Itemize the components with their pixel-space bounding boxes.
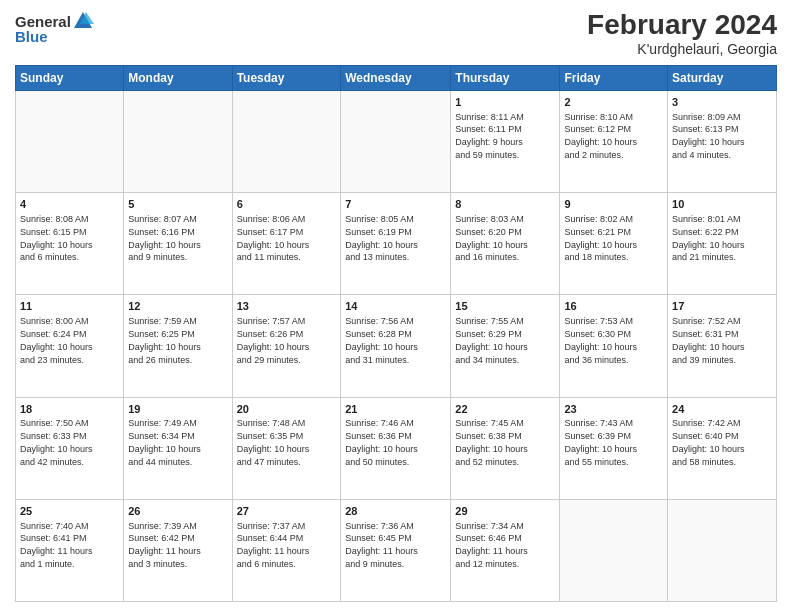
day-number: 15 (455, 299, 555, 314)
calendar-cell: 22Sunrise: 7:45 AM Sunset: 6:38 PM Dayli… (451, 397, 560, 499)
calendar-cell: 25Sunrise: 7:40 AM Sunset: 6:41 PM Dayli… (16, 499, 124, 601)
day-info: Sunrise: 8:02 AM Sunset: 6:21 PM Dayligh… (564, 214, 637, 262)
header: General Blue February 2024 K'urdghelauri… (15, 10, 777, 57)
day-info: Sunrise: 7:48 AM Sunset: 6:35 PM Dayligh… (237, 418, 310, 466)
calendar-cell: 7Sunrise: 8:05 AM Sunset: 6:19 PM Daylig… (341, 193, 451, 295)
day-info: Sunrise: 7:50 AM Sunset: 6:33 PM Dayligh… (20, 418, 93, 466)
day-info: Sunrise: 7:49 AM Sunset: 6:34 PM Dayligh… (128, 418, 201, 466)
day-info: Sunrise: 7:56 AM Sunset: 6:28 PM Dayligh… (345, 316, 418, 364)
calendar-week-5: 25Sunrise: 7:40 AM Sunset: 6:41 PM Dayli… (16, 499, 777, 601)
day-info: Sunrise: 8:00 AM Sunset: 6:24 PM Dayligh… (20, 316, 93, 364)
calendar-week-1: 1Sunrise: 8:11 AM Sunset: 6:11 PM Daylig… (16, 90, 777, 192)
calendar-cell (341, 90, 451, 192)
calendar-cell: 24Sunrise: 7:42 AM Sunset: 6:40 PM Dayli… (668, 397, 777, 499)
day-info: Sunrise: 7:34 AM Sunset: 6:46 PM Dayligh… (455, 521, 528, 569)
calendar-week-4: 18Sunrise: 7:50 AM Sunset: 6:33 PM Dayli… (16, 397, 777, 499)
day-number: 21 (345, 402, 446, 417)
calendar-cell (16, 90, 124, 192)
day-number: 23 (564, 402, 663, 417)
day-number: 2 (564, 95, 663, 110)
day-number: 10 (672, 197, 772, 212)
day-number: 26 (128, 504, 227, 519)
calendar-cell: 9Sunrise: 8:02 AM Sunset: 6:21 PM Daylig… (560, 193, 668, 295)
calendar-cell: 20Sunrise: 7:48 AM Sunset: 6:35 PM Dayli… (232, 397, 341, 499)
page-subtitle: K'urdghelauri, Georgia (587, 41, 777, 57)
calendar-cell: 12Sunrise: 7:59 AM Sunset: 6:25 PM Dayli… (124, 295, 232, 397)
day-info: Sunrise: 7:45 AM Sunset: 6:38 PM Dayligh… (455, 418, 528, 466)
calendar-cell: 15Sunrise: 7:55 AM Sunset: 6:29 PM Dayli… (451, 295, 560, 397)
calendar-cell: 10Sunrise: 8:01 AM Sunset: 6:22 PM Dayli… (668, 193, 777, 295)
calendar-cell: 13Sunrise: 7:57 AM Sunset: 6:26 PM Dayli… (232, 295, 341, 397)
calendar-cell: 2Sunrise: 8:10 AM Sunset: 6:12 PM Daylig… (560, 90, 668, 192)
calendar-cell: 26Sunrise: 7:39 AM Sunset: 6:42 PM Dayli… (124, 499, 232, 601)
day-number: 3 (672, 95, 772, 110)
day-number: 25 (20, 504, 119, 519)
day-info: Sunrise: 7:37 AM Sunset: 6:44 PM Dayligh… (237, 521, 310, 569)
day-info: Sunrise: 8:07 AM Sunset: 6:16 PM Dayligh… (128, 214, 201, 262)
logo-icon (72, 10, 94, 32)
logo-general-text: General (15, 13, 71, 30)
calendar-cell (668, 499, 777, 601)
calendar-cell: 23Sunrise: 7:43 AM Sunset: 6:39 PM Dayli… (560, 397, 668, 499)
day-info: Sunrise: 7:40 AM Sunset: 6:41 PM Dayligh… (20, 521, 93, 569)
day-info: Sunrise: 7:36 AM Sunset: 6:45 PM Dayligh… (345, 521, 418, 569)
calendar-cell: 16Sunrise: 7:53 AM Sunset: 6:30 PM Dayli… (560, 295, 668, 397)
day-info: Sunrise: 8:10 AM Sunset: 6:12 PM Dayligh… (564, 112, 637, 160)
calendar-cell (560, 499, 668, 601)
day-header-thursday: Thursday (451, 65, 560, 90)
day-info: Sunrise: 8:11 AM Sunset: 6:11 PM Dayligh… (455, 112, 524, 160)
day-number: 22 (455, 402, 555, 417)
day-info: Sunrise: 7:59 AM Sunset: 6:25 PM Dayligh… (128, 316, 201, 364)
day-number: 19 (128, 402, 227, 417)
day-info: Sunrise: 8:03 AM Sunset: 6:20 PM Dayligh… (455, 214, 528, 262)
day-header-sunday: Sunday (16, 65, 124, 90)
day-number: 29 (455, 504, 555, 519)
day-number: 1 (455, 95, 555, 110)
day-number: 17 (672, 299, 772, 314)
day-number: 11 (20, 299, 119, 314)
day-header-monday: Monday (124, 65, 232, 90)
day-number: 7 (345, 197, 446, 212)
day-number: 14 (345, 299, 446, 314)
day-info: Sunrise: 7:52 AM Sunset: 6:31 PM Dayligh… (672, 316, 745, 364)
day-number: 27 (237, 504, 337, 519)
day-header-wednesday: Wednesday (341, 65, 451, 90)
calendar-header-row: SundayMondayTuesdayWednesdayThursdayFrid… (16, 65, 777, 90)
page: General Blue February 2024 K'urdghelauri… (0, 0, 792, 612)
day-number: 28 (345, 504, 446, 519)
calendar-cell: 14Sunrise: 7:56 AM Sunset: 6:28 PM Dayli… (341, 295, 451, 397)
calendar-week-3: 11Sunrise: 8:00 AM Sunset: 6:24 PM Dayli… (16, 295, 777, 397)
logo-blue-text: Blue (15, 28, 48, 45)
day-info: Sunrise: 8:06 AM Sunset: 6:17 PM Dayligh… (237, 214, 310, 262)
day-number: 18 (20, 402, 119, 417)
calendar-week-2: 4Sunrise: 8:08 AM Sunset: 6:15 PM Daylig… (16, 193, 777, 295)
day-header-friday: Friday (560, 65, 668, 90)
day-info: Sunrise: 7:39 AM Sunset: 6:42 PM Dayligh… (128, 521, 201, 569)
day-info: Sunrise: 8:05 AM Sunset: 6:19 PM Dayligh… (345, 214, 418, 262)
day-number: 9 (564, 197, 663, 212)
calendar-cell: 4Sunrise: 8:08 AM Sunset: 6:15 PM Daylig… (16, 193, 124, 295)
calendar-cell: 1Sunrise: 8:11 AM Sunset: 6:11 PM Daylig… (451, 90, 560, 192)
day-info: Sunrise: 7:57 AM Sunset: 6:26 PM Dayligh… (237, 316, 310, 364)
day-info: Sunrise: 7:55 AM Sunset: 6:29 PM Dayligh… (455, 316, 528, 364)
calendar-cell: 18Sunrise: 7:50 AM Sunset: 6:33 PM Dayli… (16, 397, 124, 499)
day-info: Sunrise: 7:42 AM Sunset: 6:40 PM Dayligh… (672, 418, 745, 466)
day-header-saturday: Saturday (668, 65, 777, 90)
calendar-cell: 6Sunrise: 8:06 AM Sunset: 6:17 PM Daylig… (232, 193, 341, 295)
day-number: 6 (237, 197, 337, 212)
calendar-cell: 3Sunrise: 8:09 AM Sunset: 6:13 PM Daylig… (668, 90, 777, 192)
day-number: 12 (128, 299, 227, 314)
calendar-cell: 29Sunrise: 7:34 AM Sunset: 6:46 PM Dayli… (451, 499, 560, 601)
day-number: 4 (20, 197, 119, 212)
calendar-cell: 27Sunrise: 7:37 AM Sunset: 6:44 PM Dayli… (232, 499, 341, 601)
day-info: Sunrise: 7:53 AM Sunset: 6:30 PM Dayligh… (564, 316, 637, 364)
day-header-tuesday: Tuesday (232, 65, 341, 90)
calendar-table: SundayMondayTuesdayWednesdayThursdayFrid… (15, 65, 777, 602)
calendar-cell (232, 90, 341, 192)
day-info: Sunrise: 8:08 AM Sunset: 6:15 PM Dayligh… (20, 214, 93, 262)
calendar-cell: 5Sunrise: 8:07 AM Sunset: 6:16 PM Daylig… (124, 193, 232, 295)
calendar-cell: 17Sunrise: 7:52 AM Sunset: 6:31 PM Dayli… (668, 295, 777, 397)
day-info: Sunrise: 7:46 AM Sunset: 6:36 PM Dayligh… (345, 418, 418, 466)
day-number: 20 (237, 402, 337, 417)
day-number: 24 (672, 402, 772, 417)
